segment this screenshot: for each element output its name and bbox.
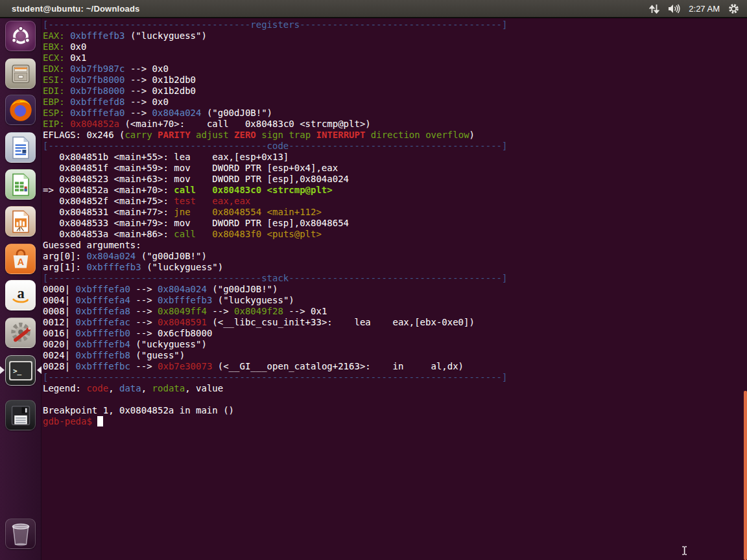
terminal-line: 0x8048533 <main+79>: mov DWORD PTR [esp]… xyxy=(43,218,747,229)
ubuntu-software-icon: A xyxy=(9,248,32,271)
terminal-line: 0008| 0xbfffefa8 --> 0x8049ff4 --> 0x804… xyxy=(43,306,747,317)
launcher-item-firefox[interactable] xyxy=(5,95,36,125)
window-title: student@ubuntu: ~/Downloads xyxy=(0,4,140,14)
file-cabinet-icon xyxy=(9,62,32,86)
top-panel: student@ubuntu: ~/Downloads 2:27 AM xyxy=(0,0,747,18)
terminal-line: 0004| 0xbfffefa4 --> 0xbfffefb3 ("luckyg… xyxy=(43,295,747,306)
settings-gear-wrench-icon xyxy=(8,321,33,345)
network-updown-arrows-icon[interactable] xyxy=(649,4,659,14)
terminal-line: EBP: 0xbfffefd8 --> 0x0 xyxy=(43,97,747,108)
launcher-item-ubuntu-software[interactable]: A xyxy=(5,244,36,274)
terminal-line: 0x804853a <main+86>: call 0x80483f0 <put… xyxy=(43,229,747,240)
terminal-line: Guessed arguments: xyxy=(43,240,747,251)
firefox-icon xyxy=(8,97,34,123)
terminal-line: [-------------------------------------re… xyxy=(43,19,747,30)
svg-text:>_: >_ xyxy=(13,367,22,375)
terminal-line: 0x804851f <main+59>: mov DWORD PTR [esp+… xyxy=(43,163,747,174)
terminal-scrollbar[interactable] xyxy=(744,391,747,560)
terminal-line: [---------------------------------------… xyxy=(43,372,747,383)
terminal-line: EBX: 0x0 xyxy=(43,41,747,52)
terminal-line: 0012| 0xbfffefac --> 0x8048591 (<__libc_… xyxy=(43,317,747,328)
terminal-output: [-------------------------------------re… xyxy=(42,18,747,427)
terminal-line: EDX: 0xb7fb987c --> 0x0 xyxy=(43,64,747,75)
terminal-icon: >_ xyxy=(8,360,33,381)
terminal-line: EFLAGS: 0x246 (carry PARITY adjust ZERO … xyxy=(43,130,747,141)
launcher-item-amazon[interactable]: a xyxy=(5,280,36,310)
svg-text:a: a xyxy=(17,285,24,301)
terminal-line: 0024| 0xbfffefb8 ("guess") xyxy=(43,350,747,361)
terminal-line: Legend: code, data, rodata, value xyxy=(43,383,747,394)
terminal-line: 0x804851b <main+55>: lea eax,[esp+0x13] xyxy=(43,152,747,163)
running-app-arrow-icon xyxy=(0,366,5,374)
indicator-area: 2:27 AM xyxy=(649,3,747,14)
volume-icon[interactable] xyxy=(668,4,680,14)
ubuntu-dash-icon xyxy=(10,25,32,47)
clock[interactable]: 2:27 AM xyxy=(689,4,720,14)
launcher-item-terminal[interactable]: >_ xyxy=(5,355,36,386)
launcher-item-files[interactable] xyxy=(5,58,36,89)
launcher-item-libreoffice-impress[interactable] xyxy=(5,206,36,237)
launcher-sidebar: A a >_ xyxy=(0,18,42,560)
terminal-window[interactable]: [-------------------------------------re… xyxy=(42,18,747,560)
terminal-line: arg[1]: 0xbfffefb3 ("luckyguess") xyxy=(43,262,747,273)
terminal-line: => 0x804852a <main+70>: call 0x80483c0 <… xyxy=(43,185,747,196)
terminal-line: [---------------------------------------… xyxy=(43,141,747,152)
terminal-line: 0016| 0xbfffefb0 --> 0x6cfb8000 xyxy=(43,328,747,339)
terminal-line: Breakpoint 1, 0x0804852a in main () xyxy=(43,405,747,416)
terminal-line: 0000| 0xbfffefa0 --> 0x804a024 ("g00dJ0B… xyxy=(43,284,747,295)
terminal-line: ECX: 0x1 xyxy=(43,52,747,64)
terminal-line: arg[0]: 0x804a024 ("g00dJ0B!") xyxy=(43,251,747,262)
amazon-icon: a xyxy=(9,284,32,307)
terminal-line: gdb-peda$ xyxy=(43,416,747,427)
terminal-line: ESP: 0xbfffefa0 --> 0x804a024 ("g00dJ0B!… xyxy=(43,108,747,119)
terminal-line: EAX: 0xbfffefb3 ("luckyguess") xyxy=(43,30,747,41)
launcher-item-libreoffice-writer[interactable] xyxy=(5,132,36,163)
terminal-line xyxy=(43,394,747,405)
launcher-item-floppy-app[interactable] xyxy=(5,400,36,430)
libreoffice-calc-icon xyxy=(10,173,32,196)
launcher-item-trash[interactable] xyxy=(5,519,36,549)
focused-app-arrow-icon xyxy=(37,366,42,374)
launcher-item-libreoffice-calc[interactable] xyxy=(5,169,36,200)
terminal-line: 0020| 0xbfffefb4 ("uckyguess") xyxy=(43,339,747,350)
mouse-ibeam-cursor xyxy=(682,546,687,558)
terminal-line: [---------------------------------------… xyxy=(43,273,747,284)
svg-text:A: A xyxy=(17,257,23,267)
terminal-line: ESI: 0xb7fb8000 --> 0x1b2db0 xyxy=(43,75,747,86)
floppy-disk-icon xyxy=(9,404,32,427)
terminal-line: 0x8048523 <main+63>: mov DWORD PTR [esp]… xyxy=(43,174,747,185)
terminal-line: 0x804852f <main+75>: test eax,eax xyxy=(43,196,747,207)
launcher-item-system-settings[interactable] xyxy=(5,318,36,348)
terminal-line: EIP: 0x804852a (<main+70>: call 0x80483c… xyxy=(43,119,747,130)
terminal-line: EDI: 0xb7fb8000 --> 0x1b2db0 xyxy=(43,86,747,97)
terminal-line: 0x8048531 <main+77>: jne 0x8048554 <main… xyxy=(43,207,747,218)
session-gear-icon[interactable] xyxy=(728,3,739,14)
terminal-line: 0028| 0xbfffefbc --> 0xb7e30073 (<__GI__… xyxy=(43,361,747,372)
libreoffice-impress-icon xyxy=(10,210,32,233)
libreoffice-writer-icon xyxy=(10,136,32,159)
launcher-item-dash[interactable] xyxy=(5,21,36,51)
trash-icon xyxy=(9,522,32,546)
